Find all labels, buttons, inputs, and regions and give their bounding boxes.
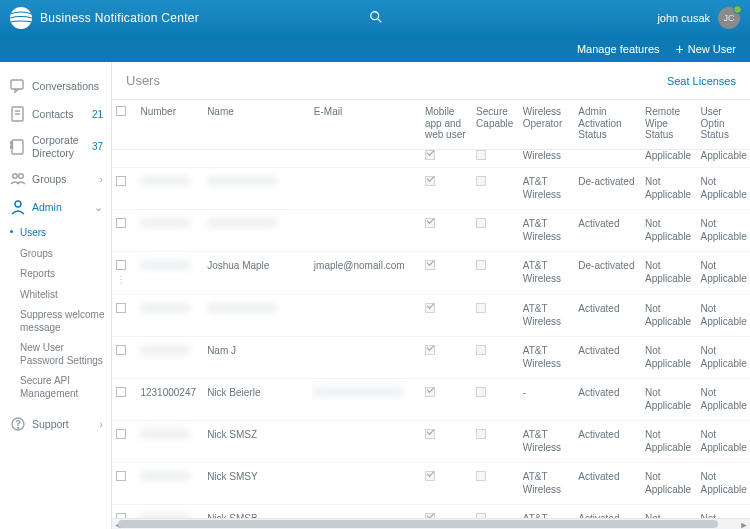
cell-activation: Activated xyxy=(578,345,619,356)
search-button[interactable] xyxy=(369,10,383,26)
conversations-icon xyxy=(10,78,26,94)
cell-optin: Not Applicable xyxy=(701,345,747,369)
col-activation[interactable]: Admin Activation Status xyxy=(574,100,641,149)
table-row[interactable]: 1231000247Nick Beierle-ActivatedNot Appl… xyxy=(112,379,750,421)
row-checkbox[interactable] xyxy=(116,218,126,228)
new-user-label: New User xyxy=(688,43,736,55)
admin-icon xyxy=(10,199,26,215)
sidebar-item-contacts[interactable]: Contacts 21 xyxy=(0,100,111,128)
table-row[interactable]: AT&T WirelessDe-activatedNot ApplicableN… xyxy=(112,168,750,210)
secure-capable-checkbox xyxy=(476,150,486,160)
submenu-reports[interactable]: Reports xyxy=(20,264,111,285)
table-row[interactable]: ⋮Joshua Maplejmaple@nomail.comAT&T Wirel… xyxy=(112,252,750,295)
mobile-user-checkbox xyxy=(425,176,435,186)
cell-activation: Activated xyxy=(578,303,619,314)
cell-optin: Not Applicable xyxy=(701,387,747,411)
sidebar-item-support[interactable]: Support › xyxy=(0,410,111,438)
row-menu-icon[interactable]: ⋮ xyxy=(116,274,127,285)
directory-icon xyxy=(10,139,26,155)
cell-optin: Not Applicable xyxy=(701,176,747,200)
row-checkbox[interactable] xyxy=(116,429,126,439)
svg-point-13 xyxy=(17,428,18,429)
submenu-whitelist[interactable]: Whitelist xyxy=(20,285,111,306)
redacted-number xyxy=(140,429,190,439)
col-mobile[interactable]: Mobile app and web user xyxy=(421,100,472,149)
col-optin[interactable]: User Optin Status xyxy=(697,100,750,149)
cell-number: 1231000247 xyxy=(140,387,196,398)
page-title: Users xyxy=(126,73,160,88)
table-row[interactable]: AT&T WirelessActivatedNot ApplicableNot … xyxy=(112,210,750,252)
secure-capable-checkbox xyxy=(476,471,486,481)
search-icon xyxy=(369,14,383,26)
col-wipe[interactable]: Remote Wipe Status xyxy=(641,100,697,149)
cell-email: jmaple@nomail.com xyxy=(314,260,405,271)
cell-wipe: Not Applicable xyxy=(645,387,691,411)
cell-wipe: Applicable xyxy=(645,150,691,161)
sidebar-item-corporate-directory[interactable]: Corporate Directory 37 xyxy=(0,128,111,165)
svg-point-0 xyxy=(371,12,379,20)
avatar[interactable]: JC xyxy=(718,7,740,29)
cell-wipe: Not Applicable xyxy=(645,345,691,369)
submenu-password-settings[interactable]: New User Password Settings xyxy=(20,338,111,371)
cell-operator: Wireless xyxy=(523,150,561,161)
cell-name: Nam J xyxy=(207,345,236,356)
scrollbar-thumb[interactable] xyxy=(118,520,718,528)
row-checkbox[interactable] xyxy=(116,345,126,355)
secure-capable-checkbox xyxy=(476,218,486,228)
scroll-right-icon[interactable]: ► xyxy=(738,519,750,529)
mobile-user-checkbox xyxy=(425,150,435,160)
cell-activation: De-activated xyxy=(578,260,634,271)
cell-activation: Activated xyxy=(578,218,619,229)
subheader: Manage features + New User xyxy=(0,36,750,62)
table-row[interactable]: Nick SMSZAT&T WirelessActivatedNot Appli… xyxy=(112,421,750,463)
avatar-initials: JC xyxy=(724,13,735,23)
row-checkbox[interactable] xyxy=(116,176,126,186)
table-row[interactable]: Nick SMSBAT&T WirelessActivatedNot Appli… xyxy=(112,505,750,519)
table-row[interactable]: Nick SMSYAT&T WirelessActivatedNot Appli… xyxy=(112,463,750,505)
redacted-name xyxy=(207,303,277,313)
table-row[interactable]: WirelessApplicableApplicable xyxy=(112,149,750,168)
col-secure[interactable]: Secure Capable xyxy=(472,100,519,149)
mobile-user-checkbox xyxy=(425,303,435,313)
table-row[interactable]: Nam JAT&T WirelessActivatedNot Applicabl… xyxy=(112,337,750,379)
cell-operator: AT&T Wireless xyxy=(523,303,561,327)
redacted-number xyxy=(140,218,190,228)
sidebar-item-conversations[interactable]: Conversations xyxy=(0,72,111,100)
submenu-groups[interactable]: Groups xyxy=(20,244,111,265)
col-operator[interactable]: Wireless Operator xyxy=(519,100,575,149)
seat-licenses-link[interactable]: Seat Licenses xyxy=(667,75,736,87)
row-checkbox[interactable] xyxy=(116,471,126,481)
horizontal-scrollbar[interactable]: ◄ ► xyxy=(112,518,750,529)
redacted-name xyxy=(207,218,277,228)
submenu-secure-api[interactable]: Secure API Management xyxy=(20,371,111,404)
cell-optin: Not Applicable xyxy=(701,429,747,453)
row-checkbox[interactable] xyxy=(116,303,126,313)
col-name[interactable]: Name xyxy=(203,100,310,149)
cell-name: Nick Beierle xyxy=(207,387,260,398)
select-all-checkbox[interactable] xyxy=(116,106,126,116)
svg-point-10 xyxy=(19,174,24,179)
sidebar-item-admin[interactable]: Admin ⌄ xyxy=(0,193,111,221)
cell-name: Joshua Maple xyxy=(207,260,269,271)
current-user-name[interactable]: john cusak xyxy=(657,12,710,24)
row-checkbox[interactable] xyxy=(116,260,126,270)
cell-operator: AT&T Wireless xyxy=(523,471,561,495)
row-checkbox[interactable] xyxy=(116,387,126,397)
cell-optin: Applicable xyxy=(701,150,747,161)
submenu-suppress-welcome[interactable]: Suppress welcome message xyxy=(20,305,111,338)
sidebar-item-groups[interactable]: Groups › xyxy=(0,165,111,193)
col-number[interactable]: Number xyxy=(136,100,203,149)
mobile-user-checkbox xyxy=(425,345,435,355)
mobile-user-checkbox xyxy=(425,260,435,270)
cell-wipe: Not Applicable xyxy=(645,260,691,284)
cell-operator: AT&T Wireless xyxy=(523,429,561,453)
col-email[interactable]: E-Mail xyxy=(310,100,421,149)
cell-optin: Not Applicable xyxy=(701,303,747,327)
cell-optin: Not Applicable xyxy=(701,471,747,495)
table-row[interactable]: AT&T WirelessActivatedNot ApplicableNot … xyxy=(112,295,750,337)
submenu-users[interactable]: Users xyxy=(20,223,111,244)
cell-activation: Activated xyxy=(578,471,619,482)
new-user-button[interactable]: + New User xyxy=(676,42,736,56)
manage-features-link[interactable]: Manage features xyxy=(577,43,660,55)
redacted-number xyxy=(140,345,190,355)
